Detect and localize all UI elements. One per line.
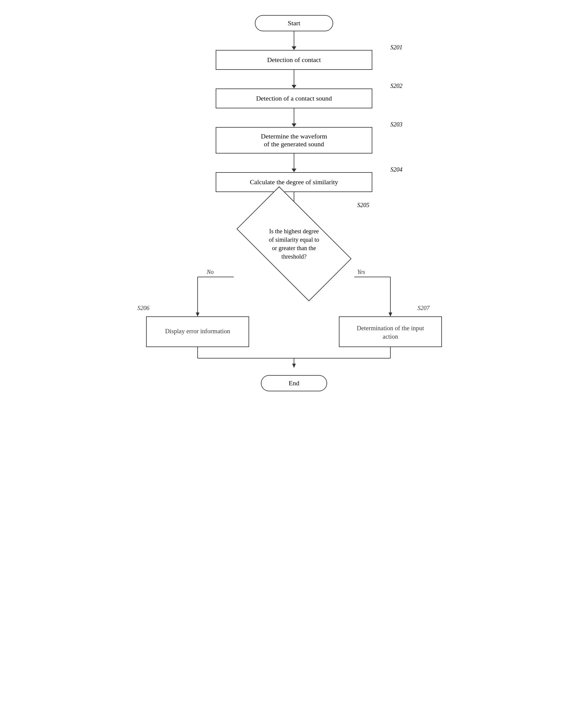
arrowhead4 [292,168,296,172]
s203-container: Determine the waveform of the generated … [216,127,372,153]
s205-line2: of similarity equal to [255,235,333,244]
svg-marker-5 [389,313,392,317]
s204-box: Calculate the degree of similarity [216,172,372,192]
branches-container: No Yes Display error information S206 De… [180,277,408,367]
s201-box: Detection of contact [216,50,372,70]
branch-svg: No Yes Display error information S206 De… [180,277,408,367]
s205-line1: Is the highest degree [255,227,333,235]
s205-label: S205 [357,202,369,209]
s205-wrapper: S205 Is the highest degree of similarity… [234,211,354,277]
start-node: Start [255,15,333,31]
arrowhead1 [292,46,296,50]
s202-box: Detection of a contact sound [216,89,372,108]
svg-rect-11 [339,317,442,347]
svg-marker-2 [196,313,199,317]
s205-diamond-wrapper: Is the highest degree of similarity equa… [234,211,354,277]
svg-text:S206: S206 [137,305,150,311]
start-label: Start [288,19,300,27]
svg-text:action: action [383,333,398,340]
connector-s201-s202 [292,70,296,89]
s203-label: S203 [390,121,402,128]
arrowhead3 [292,123,296,127]
arrowhead2 [292,85,296,89]
s201-container: Detection of contact S201 [216,50,372,70]
s204-label: S204 [390,166,402,173]
svg-text:No: No [206,268,214,275]
line3 [294,108,294,123]
line1 [294,31,294,46]
connector-s202-s203 [292,108,296,127]
s202-label: S202 [390,83,402,89]
svg-marker-20 [292,364,296,368]
s202-text: Detection of a contact sound [256,95,332,102]
line4 [294,153,294,168]
s202-container: Detection of a contact sound S202 [216,89,372,108]
s203-line1: Determine the waveform [225,132,363,140]
s205-line4: threshold? [255,252,333,261]
s205-diamond-text: Is the highest degree of similarity equa… [252,224,336,264]
flowchart: Start Detection of contact S201 Detectio… [168,6,420,376]
line2 [294,70,294,85]
s201-text: Detection of contact [267,56,321,64]
s201-label: S201 [390,44,402,51]
connector-s203-s204 [292,153,296,172]
svg-text:Yes: Yes [357,268,365,275]
connector-start-s201 [292,31,296,50]
start-shape: Start [255,15,333,31]
svg-text:Display error information: Display error information [165,328,230,335]
s205-line3: or greater than the [255,244,333,252]
s204-text: Calculate the degree of similarity [250,178,338,186]
s203-box: Determine the waveform of the generated … [216,127,372,153]
end-container: End [261,375,327,391]
end-shape: End [261,375,327,391]
end-label: End [289,379,299,387]
svg-text:S207: S207 [417,305,430,311]
s204-container: Calculate the degree of similarity S204 [216,172,372,192]
svg-text:Determination of the input: Determination of the input [357,325,424,332]
s203-line2: of the generated sound [225,140,363,148]
